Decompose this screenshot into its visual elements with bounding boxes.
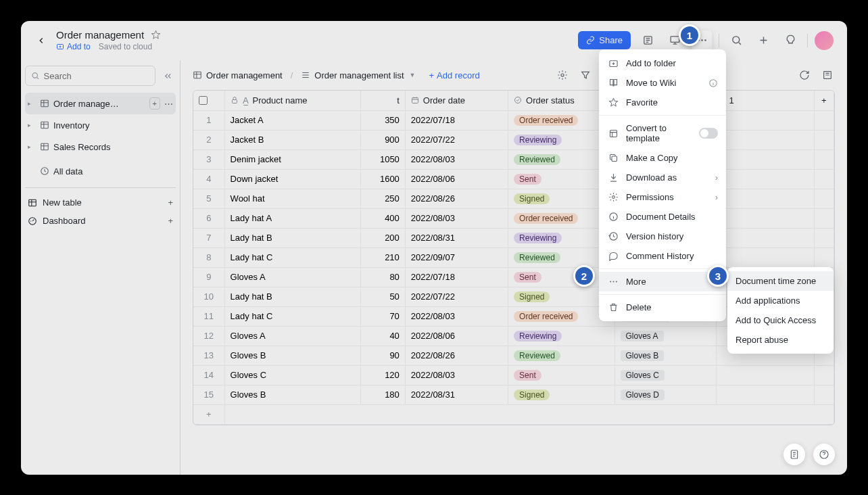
back-button[interactable] [32,31,51,50]
plus-icon: + [168,216,173,226]
add-record-button[interactable]: +Add record [429,70,480,80]
clock-icon [40,166,49,176]
table-row[interactable]: 14Gloves C1202022/08/03SentGloves C [193,365,834,385]
search-input[interactable] [25,66,155,86]
doc-float-icon[interactable] [783,444,805,465]
share-button[interactable]: Share [578,31,631,49]
menu-item[interactable]: Move to Wiki [599,73,726,93]
table-row[interactable]: 2Jacket B9002022/07/22Reviewing [193,130,834,149]
table-icon [28,198,37,208]
svg-point-31 [610,281,611,283]
history-icon [607,231,619,241]
svg-rect-12 [29,199,37,206]
callout-3: 3 [707,265,729,287]
star-icon[interactable] [151,30,161,40]
dashboard-label: Dashboard [43,216,86,226]
table-row[interactable]: 8Lady hat C2102022/09/07Reviewed [193,248,834,267]
svg-point-4 [701,39,703,41]
dots-icon [607,277,619,287]
table-row[interactable]: 15Gloves B1802022/08/31SignedGloves D [193,385,834,404]
breadcrumb-table[interactable]: Order management [193,70,283,80]
menu-item[interactable]: Convert to template [599,118,726,148]
bulb-icon[interactable] [780,30,800,51]
dashboard-button[interactable]: Dashboard + [25,212,176,230]
select-all-checkbox[interactable] [199,96,208,105]
menu-item[interactable]: Version history [599,227,726,246]
all-data-label: All data [53,166,173,176]
svg-point-5 [704,39,706,41]
svg-point-32 [612,281,614,283]
sidebar-item[interactable]: ▸Order manage…+⋯ [25,93,176,114]
table-icon [193,70,202,80]
svg-point-20 [515,97,521,103]
svg-point-15 [561,74,564,76]
add-icon[interactable]: + [149,97,160,110]
gear-icon [607,192,619,202]
page-title: Order management [56,29,144,41]
star-icon [607,97,619,108]
table-row[interactable]: 6Lady hat A4002022/08/03Order received [193,208,834,228]
sidebar-item[interactable]: ▸Sales Records [25,136,176,158]
template-icon [607,128,619,139]
add-column-button[interactable]: + [814,91,834,110]
menu-item[interactable]: Favorite [599,93,726,112]
callout-1: 1 [679,24,700,46]
submenu-item[interactable]: Report abuse [727,330,834,350]
table-row[interactable]: 1Jacket A3502022/07/18Order received [193,110,834,130]
search-icon[interactable] [726,30,746,51]
svg-rect-19 [412,98,418,103]
menu-item[interactable]: Document Details [599,207,726,227]
plus-icon: + [168,197,173,208]
new-table-label: New table [43,197,82,208]
settings-icon[interactable] [555,68,570,82]
svg-rect-9 [41,122,49,128]
copy-icon [607,153,619,163]
collapse-sidebar-icon[interactable] [160,68,176,84]
table-row[interactable]: 7Lady hat B2002022/08/31Reviewing [193,228,834,248]
table-row[interactable]: 3Denim jacket10502022/08/03Reviewed [193,149,834,169]
table-row[interactable]: 5Wool hat2502022/08/26SignedW [193,189,834,208]
submenu-item[interactable]: Document time zone [727,271,834,291]
filter-icon[interactable] [578,68,593,82]
trash-icon [607,302,619,312]
expand-icon[interactable] [820,68,835,82]
svg-point-29 [612,196,614,199]
col-status: Order status [526,95,575,105]
svg-rect-8 [41,100,49,106]
help-float-icon[interactable] [813,444,835,465]
new-table-button[interactable]: New table + [25,193,176,212]
toggle[interactable] [699,128,718,139]
sidebar-item[interactable]: ▸Inventory [25,114,176,136]
menu-item[interactable]: Make a Copy [599,148,726,168]
chevron-down-icon: ▼ [410,72,416,78]
sidebar-all-data[interactable]: All data [25,160,176,182]
svg-rect-14 [194,72,201,78]
read-mode-icon[interactable] [637,30,658,51]
col-date: Order date [423,95,465,105]
dots-icon[interactable]: ⋯ [164,99,173,109]
add-icon[interactable] [753,30,773,51]
avatar[interactable] [815,31,834,50]
menu-item[interactable]: Delete [599,298,726,317]
add-row-button[interactable]: + [193,404,224,424]
download-icon [607,172,619,183]
svg-point-33 [615,281,617,283]
menu-item[interactable]: Add to folder [599,53,726,73]
menu-item[interactable]: Permissions› [599,187,726,207]
menu-item[interactable]: Download as› [599,168,726,187]
refresh-icon[interactable] [797,68,812,82]
svg-rect-28 [612,156,617,162]
add-to-button[interactable]: Add to [56,42,91,51]
svg-point-7 [32,73,37,78]
svg-rect-2 [671,37,679,43]
submenu-item[interactable]: Add applications [727,291,834,310]
crumb1-label: Order management [206,70,283,80]
breadcrumb-view[interactable]: Order management list ▼ [301,70,415,80]
menu-item[interactable]: Comment History [599,246,726,266]
lock-icon [231,96,239,104]
saved-status: Saved to cloud [99,42,152,51]
list-icon [301,70,310,80]
crumb2-label: Order management list [314,70,404,80]
table-row[interactable]: 4Down jacket16002022/08/06Sent [193,169,834,189]
submenu-item[interactable]: Add to Quick Access [727,310,834,330]
